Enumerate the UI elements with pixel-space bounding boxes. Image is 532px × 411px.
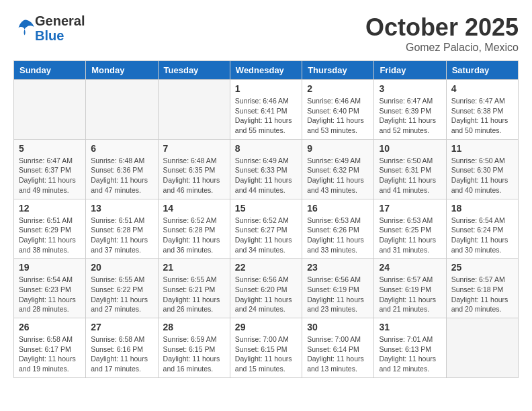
day-number: 1 (235, 83, 297, 94)
day-number: 4 (451, 83, 513, 94)
day-number: 30 (307, 322, 369, 332)
calendar-day-cell: 7Sunrise: 6:48 AMSunset: 6:35 PMDaylight… (158, 139, 230, 199)
day-info: Sunrise: 6:56 AMSunset: 6:19 PMDaylight:… (307, 275, 369, 314)
day-info: Sunrise: 6:50 AMSunset: 6:30 PMDaylight:… (451, 156, 513, 195)
location-subtitle: Gomez Palacio, Mexico (365, 42, 519, 54)
calendar-day-cell: 15Sunrise: 6:52 AMSunset: 6:27 PMDayligh… (230, 199, 302, 259)
day-info: Sunrise: 6:51 AMSunset: 6:28 PMDaylight:… (91, 216, 152, 255)
day-info: Sunrise: 6:52 AMSunset: 6:28 PMDaylight:… (163, 216, 225, 255)
day-info: Sunrise: 6:48 AMSunset: 6:35 PMDaylight:… (163, 156, 225, 195)
day-info: Sunrise: 7:00 AMSunset: 6:14 PMDaylight:… (307, 334, 369, 374)
day-number: 14 (163, 203, 225, 214)
day-info: Sunrise: 6:58 AMSunset: 6:17 PMDaylight:… (19, 334, 81, 374)
day-info: Sunrise: 6:53 AMSunset: 6:25 PMDaylight:… (379, 216, 441, 255)
calendar-day-cell: 10Sunrise: 6:50 AMSunset: 6:31 PMDayligh… (374, 139, 446, 199)
day-info: Sunrise: 6:55 AMSunset: 6:22 PMDaylight:… (91, 275, 152, 314)
calendar-day-cell: 23Sunrise: 6:56 AMSunset: 6:19 PMDayligh… (302, 259, 374, 318)
day-number: 28 (163, 322, 225, 332)
day-number: 17 (379, 203, 441, 214)
day-number: 24 (379, 262, 441, 273)
calendar-day-cell: 25Sunrise: 6:57 AMSunset: 6:18 PMDayligh… (446, 259, 518, 318)
day-number: 18 (451, 203, 513, 214)
calendar-day-cell: 18Sunrise: 6:54 AMSunset: 6:24 PMDayligh… (446, 199, 518, 259)
day-info: Sunrise: 6:57 AMSunset: 6:19 PMDaylight:… (379, 275, 441, 314)
day-info: Sunrise: 7:01 AMSunset: 6:13 PMDaylight:… (379, 334, 441, 374)
calendar-day-cell: 12Sunrise: 6:51 AMSunset: 6:29 PMDayligh… (14, 199, 86, 259)
calendar-day-cell: 17Sunrise: 6:53 AMSunset: 6:25 PMDayligh… (374, 199, 446, 259)
calendar-day-cell: 26Sunrise: 6:58 AMSunset: 6:17 PMDayligh… (14, 318, 86, 378)
day-info: Sunrise: 7:00 AMSunset: 6:15 PMDaylight:… (235, 334, 297, 374)
day-of-week-header: Wednesday (230, 61, 302, 80)
day-number: 2 (307, 83, 369, 94)
calendar-header-row: SundayMondayTuesdayWednesdayThursdayFrid… (14, 61, 519, 80)
day-info: Sunrise: 6:57 AMSunset: 6:18 PMDaylight:… (451, 275, 513, 314)
calendar-day-cell: 30Sunrise: 7:00 AMSunset: 6:14 PMDayligh… (302, 318, 374, 378)
day-of-week-header: Saturday (446, 61, 518, 80)
day-info: Sunrise: 6:51 AMSunset: 6:29 PMDaylight:… (19, 216, 81, 255)
calendar-day-cell (158, 80, 230, 140)
calendar-day-cell: 31Sunrise: 7:01 AMSunset: 6:13 PMDayligh… (374, 318, 446, 378)
calendar-week-row: 19Sunrise: 6:54 AMSunset: 6:23 PMDayligh… (14, 259, 519, 318)
day-info: Sunrise: 6:52 AMSunset: 6:27 PMDaylight:… (235, 216, 297, 255)
logo-text: General Blue (35, 13, 85, 43)
day-info: Sunrise: 6:54 AMSunset: 6:23 PMDaylight:… (19, 275, 81, 314)
calendar-day-cell (86, 80, 158, 140)
calendar-day-cell: 19Sunrise: 6:54 AMSunset: 6:23 PMDayligh… (14, 259, 86, 318)
day-number: 12 (19, 203, 81, 214)
calendar-day-cell: 24Sunrise: 6:57 AMSunset: 6:19 PMDayligh… (374, 259, 446, 318)
day-number: 3 (379, 83, 441, 94)
day-number: 13 (91, 203, 152, 214)
day-info: Sunrise: 6:55 AMSunset: 6:21 PMDaylight:… (163, 275, 225, 314)
day-info: Sunrise: 6:56 AMSunset: 6:20 PMDaylight:… (235, 275, 297, 314)
month-title: October 2025 (365, 13, 519, 42)
calendar-week-row: 12Sunrise: 6:51 AMSunset: 6:29 PMDayligh… (14, 199, 519, 259)
day-info: Sunrise: 6:46 AMSunset: 6:41 PMDaylight:… (235, 96, 297, 136)
day-number: 29 (235, 322, 297, 332)
calendar-day-cell: 16Sunrise: 6:53 AMSunset: 6:26 PMDayligh… (302, 199, 374, 259)
calendar-day-cell: 8Sunrise: 6:49 AMSunset: 6:33 PMDaylight… (230, 139, 302, 199)
calendar-day-cell: 11Sunrise: 6:50 AMSunset: 6:30 PMDayligh… (446, 139, 518, 199)
calendar-day-cell: 14Sunrise: 6:52 AMSunset: 6:28 PMDayligh… (158, 199, 230, 259)
title-block: October 2025 Gomez Palacio, Mexico (365, 13, 519, 54)
calendar-day-cell: 6Sunrise: 6:48 AMSunset: 6:36 PMDaylight… (86, 139, 158, 199)
calendar-day-cell: 28Sunrise: 6:59 AMSunset: 6:15 PMDayligh… (158, 318, 230, 378)
day-number: 11 (451, 143, 513, 154)
day-number: 16 (307, 203, 369, 214)
day-info: Sunrise: 6:50 AMSunset: 6:31 PMDaylight:… (379, 156, 441, 195)
day-of-week-header: Tuesday (158, 61, 230, 80)
calendar-day-cell: 20Sunrise: 6:55 AMSunset: 6:22 PMDayligh… (86, 259, 158, 318)
day-number: 10 (379, 143, 441, 154)
logo-bird-icon (16, 17, 35, 36)
day-info: Sunrise: 6:47 AMSunset: 6:39 PMDaylight:… (379, 96, 441, 136)
calendar-day-cell: 27Sunrise: 6:58 AMSunset: 6:16 PMDayligh… (86, 318, 158, 378)
calendar-day-cell: 1Sunrise: 6:46 AMSunset: 6:41 PMDaylight… (230, 80, 302, 140)
calendar-week-row: 5Sunrise: 6:47 AMSunset: 6:37 PMDaylight… (14, 139, 519, 199)
day-number: 19 (19, 262, 81, 273)
day-number: 31 (379, 322, 441, 332)
day-number: 27 (91, 322, 152, 332)
calendar-day-cell: 13Sunrise: 6:51 AMSunset: 6:28 PMDayligh… (86, 199, 158, 259)
day-number: 25 (451, 262, 513, 273)
day-of-week-header: Monday (86, 61, 158, 80)
day-number: 6 (91, 143, 152, 154)
calendar-day-cell (14, 80, 86, 140)
calendar-day-cell: 22Sunrise: 6:56 AMSunset: 6:20 PMDayligh… (230, 259, 302, 318)
day-info: Sunrise: 6:54 AMSunset: 6:24 PMDaylight:… (451, 216, 513, 255)
day-number: 26 (19, 322, 81, 332)
day-info: Sunrise: 6:58 AMSunset: 6:16 PMDaylight:… (91, 334, 152, 374)
day-info: Sunrise: 6:49 AMSunset: 6:33 PMDaylight:… (235, 156, 297, 195)
day-number: 7 (163, 143, 225, 154)
calendar-table: SundayMondayTuesdayWednesdayThursdayFrid… (13, 60, 519, 378)
day-info: Sunrise: 6:49 AMSunset: 6:32 PMDaylight:… (307, 156, 369, 195)
calendar-day-cell: 2Sunrise: 6:46 AMSunset: 6:40 PMDaylight… (302, 80, 374, 140)
day-number: 9 (307, 143, 369, 154)
day-of-week-header: Thursday (302, 61, 374, 80)
day-info: Sunrise: 6:47 AMSunset: 6:38 PMDaylight:… (451, 96, 513, 136)
calendar-day-cell: 29Sunrise: 7:00 AMSunset: 6:15 PMDayligh… (230, 318, 302, 378)
calendar-day-cell: 4Sunrise: 6:47 AMSunset: 6:38 PMDaylight… (446, 80, 518, 140)
calendar-day-cell: 9Sunrise: 6:49 AMSunset: 6:32 PMDaylight… (302, 139, 374, 199)
calendar-body: 1Sunrise: 6:46 AMSunset: 6:41 PMDaylight… (14, 80, 519, 378)
day-info: Sunrise: 6:53 AMSunset: 6:26 PMDaylight:… (307, 216, 369, 255)
page-header: General Blue October 2025 Gomez Palacio,… (13, 13, 519, 54)
day-number: 5 (19, 143, 81, 154)
